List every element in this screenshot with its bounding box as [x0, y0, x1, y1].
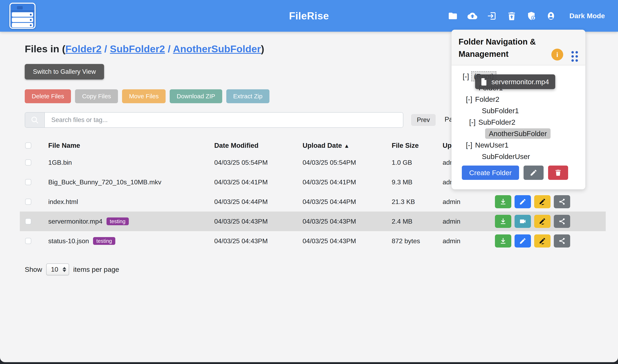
- file-name[interactable]: Big_Buck_Bunny_720_10s_10MB.mkv: [48, 178, 161, 186]
- cloud-upload-icon[interactable]: [468, 11, 477, 21]
- create-folder-button[interactable]: Create Folder: [462, 166, 519, 180]
- tree-collapse-toggle[interactable]: [-]: [463, 72, 469, 80]
- breadcrumb-link[interactable]: Folder2: [66, 43, 102, 54]
- upload-date: 04/03/25 04:43PM: [302, 218, 392, 225]
- row-actions: [495, 215, 570, 228]
- folder-tree-item[interactable]: AnotherSubFolder: [452, 128, 585, 139]
- search-input[interactable]: [45, 113, 403, 127]
- column-header-file-name[interactable]: File Name: [48, 142, 214, 149]
- tag-file-button[interactable]: [534, 195, 551, 208]
- folder-icon[interactable]: [448, 11, 458, 21]
- copy-files-button[interactable]: Copy Files: [75, 89, 118, 103]
- header-icons: [448, 11, 556, 21]
- folder-tree-item[interactable]: SubFolder1: [452, 105, 585, 117]
- upload-date: 04/03/25 05:54PM: [302, 159, 392, 166]
- items-per-page: Show 10 items per page: [25, 263, 618, 275]
- show-label: Show: [25, 265, 42, 273]
- file-tag-badge: testing: [106, 218, 129, 225]
- delete-folder-button[interactable]: [548, 166, 568, 180]
- tree-collapse-toggle[interactable]: [-]: [469, 118, 475, 126]
- upload-date: 04/03/25 04:44PM: [302, 198, 392, 206]
- download-file-button[interactable]: [495, 195, 511, 208]
- tree-collapse-toggle[interactable]: [-]: [466, 141, 472, 149]
- folder-panel-buttons: Create Folder: [452, 166, 585, 189]
- download-file-button[interactable]: [495, 234, 511, 247]
- folder-label[interactable]: SubFolderUser: [482, 153, 530, 160]
- table-row: servermonitor.mp4testing04/03/25 04:43PM…: [20, 211, 606, 231]
- uploader: admin: [443, 198, 495, 206]
- admin-shield-icon[interactable]: [526, 11, 536, 21]
- rename-folder-button[interactable]: [524, 166, 544, 180]
- app-header: FileRise Dark Mode: [0, 0, 618, 32]
- sign-in-icon[interactable]: [487, 11, 497, 21]
- folder-tree-item[interactable]: [-]NewUser1: [452, 139, 585, 151]
- date-modified: 04/03/25 04:43PM: [214, 218, 302, 225]
- file-size: 9.3 MB: [392, 178, 443, 186]
- row-checkbox[interactable]: [25, 238, 31, 244]
- row-actions: [495, 195, 570, 208]
- info-icon[interactable]: i: [551, 49, 563, 61]
- search-group: [25, 112, 403, 128]
- download-zip-button[interactable]: Download ZIP: [170, 89, 222, 103]
- restore-trash-icon[interactable]: [507, 11, 517, 21]
- tree-collapse-toggle[interactable]: [-]: [466, 95, 472, 103]
- date-modified: 04/03/25 05:54PM: [214, 159, 302, 166]
- file-name[interactable]: 1GB.bin: [48, 159, 72, 166]
- dragged-file-name: servermonitor.mp4: [491, 78, 549, 86]
- folder-label[interactable]: SubFolder1: [482, 107, 519, 115]
- row-checkbox[interactable]: [25, 179, 31, 185]
- date-modified: 04/03/25 04:44PM: [214, 198, 302, 206]
- share-file-button[interactable]: [554, 234, 570, 247]
- delete-files-button[interactable]: Delete Files: [25, 89, 71, 103]
- breadcrumb-link[interactable]: AnotherSubFolder: [173, 43, 261, 54]
- row-checkbox[interactable]: [25, 218, 31, 224]
- prev-page-button[interactable]: Prev: [411, 114, 436, 126]
- extract-zip-button[interactable]: Extract Zip: [226, 89, 269, 103]
- row-checkbox[interactable]: [25, 159, 31, 166]
- uploader: admin: [443, 237, 495, 245]
- column-header-upload-date[interactable]: Upload Date▲: [302, 142, 392, 149]
- share-file-button[interactable]: [554, 195, 570, 208]
- folder-tree-item[interactable]: [-]Folder2: [452, 94, 585, 105]
- edit-file-button[interactable]: [514, 234, 531, 247]
- dark-mode-toggle[interactable]: Dark Mode: [569, 12, 605, 20]
- items-per-page-label: items per page: [73, 265, 119, 273]
- row-checkbox[interactable]: [25, 199, 31, 205]
- breadcrumb-separator: /: [165, 43, 173, 54]
- file-name[interactable]: servermonitor.mp4: [48, 218, 102, 225]
- column-header-date-modified[interactable]: Date Modified: [214, 142, 302, 149]
- app-page: FileRise Dark Mode Files in (Folder2 / S…: [0, 0, 618, 362]
- uploader: admin: [443, 218, 495, 225]
- file-icon: [480, 78, 488, 86]
- folder-label[interactable]: Folder2: [475, 95, 500, 103]
- download-file-button[interactable]: [495, 215, 511, 228]
- folder-tree-item[interactable]: [-]SubFolder2: [452, 117, 585, 128]
- file-tag-badge: testing: [93, 237, 115, 245]
- folder-label[interactable]: NewUser1: [475, 141, 508, 149]
- edit-file-button[interactable]: [514, 195, 531, 208]
- folder-tree-item[interactable]: SubFolderUser: [452, 151, 585, 162]
- move-files-button[interactable]: Move Files: [122, 89, 166, 103]
- table-row: index.html04/03/25 04:44PM04/03/25 04:44…: [20, 192, 606, 211]
- video-file-button[interactable]: [514, 215, 531, 228]
- file-name[interactable]: index.html: [48, 198, 78, 206]
- folder-label[interactable]: SubFolder2: [478, 118, 515, 126]
- select-arrows-icon: [63, 267, 66, 272]
- tag-file-button[interactable]: [534, 234, 551, 247]
- file-name[interactable]: status-10.json: [48, 237, 89, 245]
- breadcrumb-prefix: Files in (: [25, 43, 66, 54]
- items-per-page-select[interactable]: 10: [46, 263, 69, 275]
- breadcrumb-link[interactable]: SubFolder2: [110, 43, 165, 54]
- file-size: 872 bytes: [392, 237, 443, 245]
- share-file-button[interactable]: [554, 215, 570, 228]
- date-modified: 04/03/25 04:41PM: [214, 178, 302, 186]
- account-icon[interactable]: [546, 11, 556, 21]
- column-header-file-size[interactable]: File Size: [392, 142, 443, 149]
- date-modified: 04/03/25 04:43PM: [214, 237, 302, 245]
- select-all-checkbox[interactable]: [25, 143, 31, 149]
- tag-file-button[interactable]: [534, 215, 551, 228]
- switch-gallery-view-button[interactable]: Switch to Gallery View: [25, 64, 104, 79]
- drag-handle-icon[interactable]: [571, 51, 578, 62]
- folder-label[interactable]: AnotherSubFolder: [485, 128, 551, 139]
- upload-date: 04/03/25 04:41PM: [302, 178, 392, 186]
